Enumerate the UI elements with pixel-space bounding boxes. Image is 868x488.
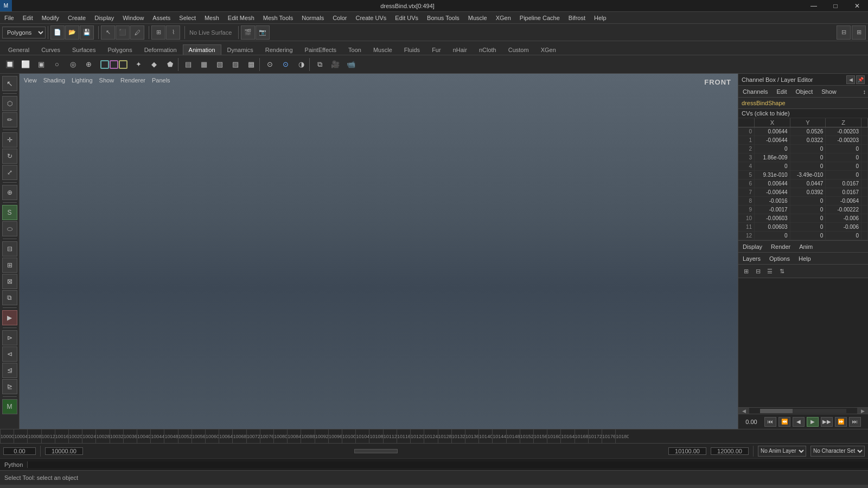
- cv-x[interactable]: -0.00644: [755, 188, 790, 196]
- tab-toon[interactable]: Toon: [342, 44, 367, 55]
- snap-grid-button[interactable]: ⊞: [151, 25, 165, 40]
- show-menu-cb[interactable]: Show: [817, 86, 841, 98]
- help-menu-lower[interactable]: Help: [794, 253, 815, 265]
- show-manipulator[interactable]: ⊕: [2, 185, 17, 200]
- cv-z[interactable]: 0: [826, 153, 861, 162]
- tb2-icon19[interactable]: ⊙: [278, 57, 293, 72]
- snap-curve-button[interactable]: ⌇: [166, 25, 180, 40]
- table-row[interactable]: 2 0 0 0: [738, 145, 868, 153]
- cv-x[interactable]: 0.00644: [755, 179, 790, 188]
- scroll-thumb[interactable]: [760, 409, 793, 413]
- close-button[interactable]: ✕: [846, 0, 868, 12]
- cv-y[interactable]: 0: [790, 153, 826, 162]
- tb2-icon10[interactable]: ✦: [131, 57, 146, 72]
- menu-item-create-uvs[interactable]: Create UVs: [351, 12, 391, 24]
- range-start-display[interactable]: 10000.00: [45, 447, 83, 455]
- maximize-button[interactable]: □: [825, 0, 846, 12]
- object-menu[interactable]: Object: [791, 86, 817, 98]
- tb2-icon6[interactable]: ⊕: [81, 57, 96, 72]
- cv-y[interactable]: 0: [790, 197, 826, 205]
- layer-icon2[interactable]: ⊞: [2, 258, 17, 273]
- select-tool-button[interactable]: ↖: [101, 25, 115, 40]
- tab-curves[interactable]: Curves: [35, 44, 66, 55]
- menu-item-bonus-tools[interactable]: Bonus Tools: [423, 12, 464, 24]
- cv-y[interactable]: 0.0392: [790, 188, 826, 196]
- table-row[interactable]: 7 -0.00644 0.0392 0.0167: [738, 188, 868, 197]
- tb2-icon1[interactable]: 🔲: [2, 57, 17, 72]
- soft-select[interactable]: S: [2, 205, 17, 220]
- menu-item-mesh-tools[interactable]: Mesh Tools: [259, 12, 297, 24]
- edit-icon2[interactable]: ⊲: [2, 346, 17, 362]
- cv-y[interactable]: 0.0526: [790, 127, 826, 136]
- move-tool[interactable]: ✛: [2, 132, 17, 147]
- lasso-tool[interactable]: ⬡: [2, 96, 17, 111]
- layer-sort-button[interactable]: ⇅: [776, 266, 787, 277]
- menu-item-bifrost[interactable]: Bifrost: [564, 12, 590, 24]
- menu-item-file[interactable]: File: [0, 12, 18, 24]
- menu-item-assets[interactable]: Assets: [148, 12, 175, 24]
- menu-item-select[interactable]: Select: [175, 12, 200, 24]
- menu-item-window[interactable]: Window: [118, 12, 148, 24]
- cv-y[interactable]: 0.0322: [790, 136, 826, 144]
- maya-icon[interactable]: M: [2, 399, 17, 414]
- table-row[interactable]: 5 9.31e-010 -3.49e-010 0: [738, 171, 868, 179]
- cv-y[interactable]: 0: [790, 206, 826, 214]
- shading-menu[interactable]: Shading: [41, 76, 67, 85]
- new-file-button[interactable]: 📄: [50, 25, 65, 40]
- cb-zoom-button[interactable]: ↕: [863, 88, 866, 95]
- view-menu[interactable]: View: [22, 76, 39, 85]
- tab-nhair[interactable]: nHair: [447, 44, 473, 55]
- cv-x[interactable]: -0.0016: [755, 197, 790, 205]
- edit-icon1[interactable]: ⊳: [2, 330, 17, 345]
- tb2-icon3[interactable]: ▣: [34, 57, 49, 72]
- tab-general[interactable]: General: [2, 44, 35, 55]
- tb2-icon4[interactable]: ○: [49, 57, 65, 72]
- scroll-left-arrow[interactable]: ◀: [738, 408, 749, 414]
- menu-item-edit-uvs[interactable]: Edit UVs: [391, 12, 423, 24]
- mode-select[interactable]: Polygons: [2, 27, 46, 38]
- tab-muscle[interactable]: Muscle: [367, 44, 398, 55]
- layer-icon4[interactable]: ⧉: [2, 290, 17, 305]
- menu-item-edit-mesh[interactable]: Edit Mesh: [224, 12, 259, 24]
- menu-item-help[interactable]: Help: [590, 12, 611, 24]
- cv-z[interactable]: -0.006: [826, 214, 861, 222]
- edit-icon3[interactable]: ⊴: [2, 363, 17, 378]
- render-icon[interactable]: 🎥: [328, 57, 343, 72]
- select-tool[interactable]: ↖: [2, 76, 17, 91]
- tab-fluids[interactable]: Fluids: [398, 44, 426, 55]
- cv-z[interactable]: 0: [826, 171, 861, 179]
- tb2-icon18[interactable]: ⊙: [262, 57, 277, 72]
- tab-surfaces[interactable]: Surfaces: [66, 44, 101, 55]
- tb2-icon5[interactable]: ◎: [65, 57, 80, 72]
- table-row[interactable]: 0 0.00644 0.0526 -0.00203: [738, 127, 868, 136]
- scale-tool[interactable]: ⤢: [2, 165, 17, 180]
- open-file-button[interactable]: 📂: [65, 25, 79, 40]
- cv-x[interactable]: -0.00603: [755, 214, 790, 222]
- current-frame-display[interactable]: 0.00: [3, 447, 36, 455]
- table-row[interactable]: 10 -0.00603 0 -0.006: [738, 214, 868, 223]
- render-tab[interactable]: Render: [767, 241, 795, 253]
- cv-x[interactable]: 0: [755, 162, 790, 170]
- cv-y[interactable]: 0: [790, 214, 826, 222]
- tab-custom[interactable]: Custom: [502, 44, 535, 55]
- layout-button[interactable]: ⊟: [837, 25, 851, 40]
- layout2-button[interactable]: ⊞: [852, 25, 866, 40]
- tb2-icon2[interactable]: ⬜: [18, 57, 33, 72]
- cv-y[interactable]: 0: [790, 162, 826, 170]
- display-tab[interactable]: Display: [738, 241, 767, 253]
- cv-z[interactable]: -0.00203: [826, 127, 861, 136]
- snapshot-icon[interactable]: ⧉: [312, 57, 327, 72]
- cv-y[interactable]: -3.49e-010: [790, 171, 826, 179]
- table-row[interactable]: 4 0 0 0: [738, 162, 868, 171]
- layers-menu[interactable]: Layers: [738, 253, 765, 265]
- tab-painteffects[interactable]: PaintEffects: [299, 44, 343, 55]
- cv-z[interactable]: -0.0064: [826, 197, 861, 205]
- layer-icon3[interactable]: ⊠: [2, 274, 17, 289]
- tb2-icon16[interactable]: ▨: [228, 57, 243, 72]
- table-row[interactable]: 8 -0.0016 0 -0.0064: [738, 197, 868, 206]
- tab-fur[interactable]: Fur: [426, 44, 447, 55]
- paint-select-tool[interactable]: ✏: [2, 112, 17, 127]
- anim-fwd-button[interactable]: ▶▶: [821, 417, 833, 427]
- table-row[interactable]: 12 0 0 0: [738, 232, 868, 240]
- cv-z[interactable]: 0: [826, 145, 861, 153]
